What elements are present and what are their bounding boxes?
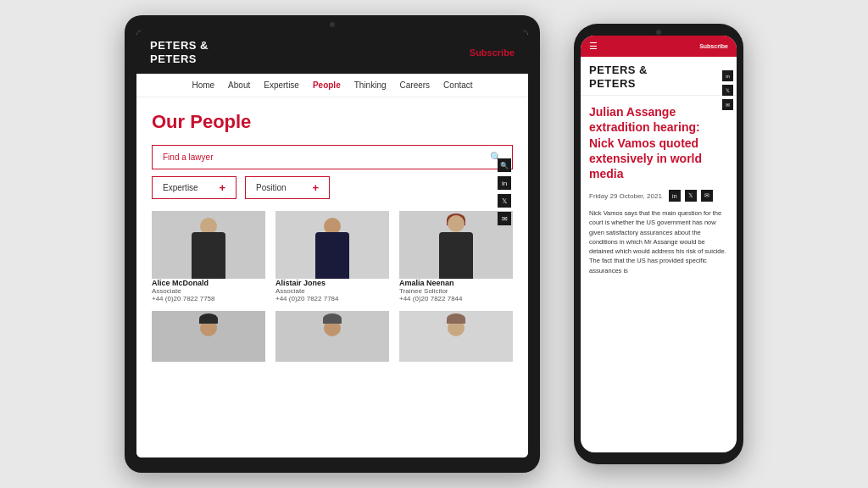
position-plus-icon: + xyxy=(312,181,319,194)
alice-photo xyxy=(152,211,265,279)
alistair-name: Alistair Jones xyxy=(275,279,389,287)
phone-logo: PETERS & PETERS xyxy=(589,64,728,90)
phone-screen: ☰ Subscribe in 𝕏 ✉ PETERS & PETERS Julia… xyxy=(581,36,737,452)
article-title: Julian Assange extradition hearing: Nick… xyxy=(589,104,728,181)
tablet-camera xyxy=(330,22,335,27)
expertise-plus-icon: + xyxy=(219,181,225,194)
share-linkedin-icon[interactable]: in xyxy=(669,190,681,202)
alistair-role: Associate xyxy=(275,287,389,295)
tablet-content: Our People Find a lawyer 🔍 Expertise + P… xyxy=(136,97,528,458)
amalia-photo xyxy=(399,211,513,279)
tablet-header: PETERS & PETERS Subscribe xyxy=(136,30,528,74)
amalia-role: Trainee Solicitor xyxy=(399,287,513,295)
amalia-head xyxy=(448,215,465,232)
nav-careers[interactable]: Careers xyxy=(400,80,431,90)
person6-photo xyxy=(399,311,513,362)
people-grid-bottom xyxy=(152,311,513,362)
linkedin-icon[interactable]: in xyxy=(498,176,511,190)
share-icons: in 𝕏 ✉ xyxy=(669,190,713,202)
phone-twitter-icon[interactable]: 𝕏 xyxy=(722,85,733,96)
person-card-alistair[interactable]: Alistair Jones Associate +44 (0)20 7822 … xyxy=(275,211,389,302)
alice-phone: +44 (0)20 7822 7758 xyxy=(152,295,265,302)
person5-photo xyxy=(275,311,389,362)
person-card-alice[interactable]: Alice McDonald Associate +44 (0)20 7822 … xyxy=(152,211,265,302)
share-twitter-icon[interactable]: 𝕏 xyxy=(685,190,697,202)
phone-device: ☰ Subscribe in 𝕏 ✉ PETERS & PETERS Julia… xyxy=(574,24,743,464)
hamburger-icon[interactable]: ☰ xyxy=(589,41,598,52)
nav-people[interactable]: People xyxy=(313,80,341,90)
twitter-icon[interactable]: 𝕏 xyxy=(498,194,511,208)
search-bar[interactable]: Find a lawyer 🔍 xyxy=(152,145,513,169)
tablet-device: PETERS & PETERS Subscribe Home About Exp… xyxy=(125,15,540,473)
phone-subscribe[interactable]: Subscribe xyxy=(699,43,728,49)
alice-body xyxy=(192,232,225,279)
filter-row: Expertise + Position + xyxy=(152,176,513,199)
share-email-icon[interactable]: ✉ xyxy=(701,190,713,202)
page-title: Our People xyxy=(152,111,513,133)
alistair-photo xyxy=(275,211,389,279)
nav-about[interactable]: About xyxy=(228,80,250,90)
nav-thinking[interactable]: Thinking xyxy=(354,80,387,90)
search-placeholder: Find a lawyer xyxy=(163,152,213,162)
position-filter[interactable]: Position + xyxy=(245,176,330,199)
amalia-name: Amalia Neenan xyxy=(399,279,513,287)
tablet-screen: PETERS & PETERS Subscribe Home About Exp… xyxy=(136,30,528,458)
phone-camera xyxy=(656,30,661,35)
search-icon[interactable]: 🔍 xyxy=(498,158,511,172)
tablet-logo: PETERS & PETERS xyxy=(150,39,209,65)
phone-header: ☰ Subscribe xyxy=(581,36,737,57)
article-body: Nick Vamos says that the main question f… xyxy=(589,208,728,275)
phone-linkedin-icon[interactable]: in xyxy=(722,70,733,81)
phone-email-icon[interactable]: ✉ xyxy=(722,99,733,110)
nav-home[interactable]: Home xyxy=(192,80,214,90)
tablet-nav: Home About Expertise People Thinking Car… xyxy=(136,74,528,97)
amalia-body xyxy=(439,232,473,279)
article-date: Friday 29 October, 2021 in 𝕏 ✉ xyxy=(589,190,728,202)
phone-side-icons: in 𝕏 ✉ xyxy=(722,70,733,110)
nav-contact[interactable]: Contact xyxy=(443,80,472,90)
amalia-phone: +44 (0)20 7822 7844 xyxy=(399,295,513,302)
person-card-amalia[interactable]: Amalia Neenan Trainee Solicitor +44 (0)2… xyxy=(399,211,513,302)
alice-role: Associate xyxy=(152,287,265,295)
phone-logo-area: PETERS & PETERS xyxy=(581,57,737,96)
alistair-phone: +44 (0)20 7822 7784 xyxy=(275,295,389,302)
tablet-subscribe[interactable]: Subscribe xyxy=(470,47,515,58)
person4-photo xyxy=(152,311,265,362)
expertise-filter[interactable]: Expertise + xyxy=(152,176,236,199)
people-grid: Alice McDonald Associate +44 (0)20 7822 … xyxy=(152,211,513,302)
alice-name: Alice McDonald xyxy=(152,279,265,287)
tablet-sidebar-icons: 🔍 in 𝕏 ✉ xyxy=(498,158,511,225)
phone-content: Julian Assange extradition hearing: Nick… xyxy=(581,96,737,452)
alistair-body xyxy=(315,232,349,279)
nav-expertise[interactable]: Expertise xyxy=(264,80,299,90)
email-icon[interactable]: ✉ xyxy=(498,212,511,225)
